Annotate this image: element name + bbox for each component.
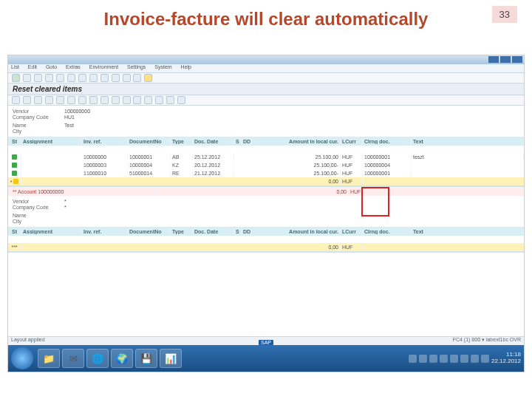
label-cocode: Company Code [13,205,64,210]
sum-icon[interactable] [100,96,109,104]
table-row[interactable]: 11000010 51000014 RE 21.12.2012 25.100,0… [8,169,524,177]
col-clrngdoc: Clrng doc. [363,229,412,234]
grid-blank-row [8,146,524,153]
table-row[interactable]: 10000000 10000001 AB 25.12.2012 25.100,0… [8,153,524,161]
cell: HUF [341,179,363,184]
filter-icon[interactable] [89,96,98,104]
col-st: St [8,229,21,234]
close-button[interactable] [512,56,522,63]
nav-next-icon[interactable] [34,96,42,104]
cell: AB [171,154,193,160]
cell: 10000004 [128,163,171,168]
refresh-icon[interactable] [56,96,64,104]
sap-window: List Edit Goto Extras Environment Settin… [7,55,525,372]
sort-desc-icon[interactable] [78,96,86,104]
grand-total-row: *** 0,00 HUF [8,243,524,251]
nav-prev-icon[interactable] [23,96,31,104]
value-cocode: * [64,205,66,210]
status-cleared-icon [12,154,17,160]
tray-icon[interactable] [481,355,489,363]
cell: 21.12.2012 [193,171,234,176]
clock[interactable]: 11:18 22.12.2012 [491,352,521,365]
col-docdate: Doc. Date [193,139,234,144]
menu-goto[interactable]: Goto [46,64,57,69]
taskbar-app-icon[interactable]: 📊 [160,349,182,368]
header-block-1: Vendor100000000 Company CodeHU1 NameTest… [8,106,524,137]
exit-icon[interactable] [45,74,53,82]
tray-icon[interactable] [471,355,479,363]
save-icon[interactable] [23,74,31,82]
nav-first-icon[interactable] [12,96,20,104]
print-icon[interactable] [67,74,75,82]
menu-edit[interactable]: Edit [28,64,37,69]
start-button[interactable] [11,347,33,369]
tray-icon[interactable] [460,355,468,363]
tray-icon[interactable] [409,355,417,363]
label-vendor: Vendor [13,199,64,204]
subtotal-icon[interactable] [112,96,120,104]
systray: 11:18 22.12.2012 [409,352,521,365]
label-cocode: Company Code [13,115,64,120]
cancel-icon[interactable] [56,74,64,82]
slide-title: Invoice-facture will clear automatically [0,0,532,34]
export-icon[interactable] [133,96,141,104]
last-page-icon[interactable] [133,74,141,82]
col-invref: Inv. ref. [82,229,128,234]
taskbar-app-icon[interactable]: 🌍 [111,349,133,368]
cell: RE [171,171,193,176]
sort-asc-icon[interactable] [67,96,75,104]
table-row[interactable]: 10000003 10000004 KZ 20.12.2012 25.100,0… [8,161,524,169]
layout-icon[interactable] [155,96,163,104]
menu-list[interactable]: List [11,64,19,69]
grid-header: St Assignment Inv. ref. DocumentNo Type … [8,137,524,146]
graphic-icon[interactable] [144,96,152,104]
menu-settings[interactable]: Settings [127,64,146,69]
tray-icon[interactable] [429,355,437,363]
selectall-icon[interactable] [166,96,174,104]
cell: 10000001 [128,154,171,160]
col-amount: Amount in local cur. [252,229,341,234]
next-page-icon[interactable] [123,74,131,82]
col-lcurr: LCurr [341,139,363,144]
taskbar-app-icon[interactable]: 📁 [38,349,60,368]
menu-extras[interactable]: Extras [66,64,81,69]
taskbar-app-icon[interactable]: 🌐 [86,349,109,368]
windows-taskbar: 📁 ✉ 🌐 🌍 💾 📊 11:18 22.12.2012 [8,345,524,372]
tray-icon[interactable] [419,355,427,363]
cell: 25.100,00- [252,163,341,168]
cell: HUF [341,154,363,160]
tray-icon[interactable] [450,355,458,363]
deselect-icon[interactable] [177,96,185,104]
line-item-grid-2: St Assignment Inv. ref. DocumentNo Type … [8,228,524,253]
menu-system[interactable]: System [154,64,171,69]
taskbar-app-icon[interactable]: 💾 [135,349,157,368]
status-cleared-icon [12,171,17,176]
cell: 100000001 [363,171,412,176]
help-icon[interactable] [144,74,152,82]
menu-environment[interactable]: Environment [89,64,118,69]
taskbar-app-icon[interactable]: ✉ [62,349,84,368]
status-cleared-icon [12,163,17,168]
grid-blank-row [8,236,524,243]
prev-page-icon[interactable] [112,74,120,82]
menu-help[interactable]: Help [181,64,191,69]
first-page-icon[interactable] [100,74,109,82]
mail-icon[interactable] [123,96,131,104]
application-toolbar [8,95,524,106]
maximize-button[interactable] [500,56,511,63]
cell: 51000014 [128,171,171,176]
col-text: Text [412,229,524,234]
content-area: Vendor100000000 Company CodeHU1 NameTest… [8,106,524,372]
enter-icon[interactable] [12,74,20,82]
col-type: Type [171,229,193,234]
value-name: Test [64,123,74,128]
col-dd: DD [242,139,252,144]
nav-last-icon[interactable] [45,96,53,104]
back-icon[interactable] [34,74,42,82]
tray-icon[interactable] [440,355,448,363]
cell: 0,00 [252,245,341,250]
col-st: St [8,139,21,144]
find-icon[interactable] [78,74,86,82]
find-next-icon[interactable] [89,74,98,82]
minimize-button[interactable] [488,56,499,63]
